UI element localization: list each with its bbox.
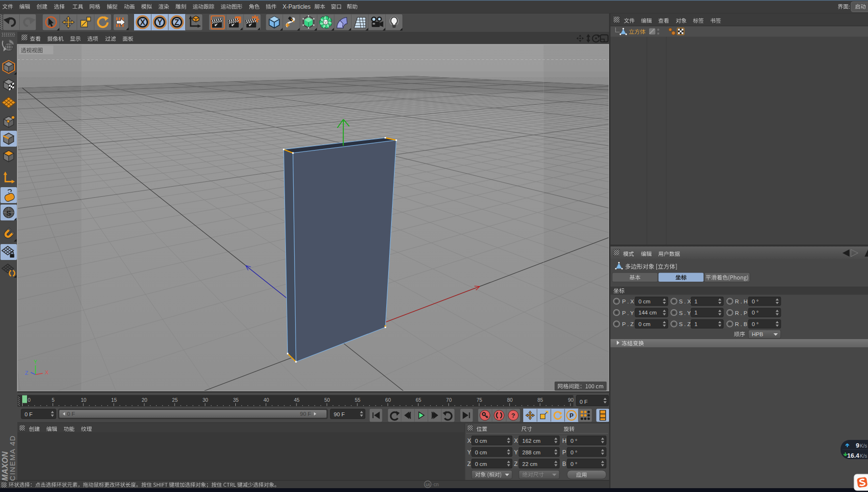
svg-text:UI: UI xyxy=(426,482,430,487)
svg-text:P: P xyxy=(570,412,573,419)
svg-text:9: 9 xyxy=(856,442,859,449)
svg-text:0 °: 0 ° xyxy=(570,450,577,455)
svg-text:Y: Y xyxy=(514,449,518,456)
svg-text:162 cm: 162 cm xyxy=(522,438,541,444)
svg-text:0 cm: 0 cm xyxy=(638,321,651,327)
svg-text:55: 55 xyxy=(355,397,361,403)
svg-text:Y: Y xyxy=(467,449,471,456)
svg-text:80: 80 xyxy=(507,397,513,403)
svg-text:5: 5 xyxy=(52,397,54,403)
svg-text:H: H xyxy=(562,437,567,444)
svg-text:1: 1 xyxy=(694,299,697,304)
svg-text:22 cm: 22 cm xyxy=(522,461,537,467)
svg-text:1: 1 xyxy=(694,310,697,315)
svg-text:144 cm: 144 cm xyxy=(638,310,657,315)
svg-text:R . H: R . H xyxy=(735,299,747,304)
svg-text:0 °: 0 ° xyxy=(570,438,577,444)
svg-text:X-Particles: X-Particles xyxy=(283,3,311,10)
svg-text:Z: Z xyxy=(514,461,517,467)
svg-text:S . Y: S . Y xyxy=(679,310,691,316)
svg-text:P: P xyxy=(562,449,566,456)
svg-text:P . Y: P . Y xyxy=(622,310,634,316)
svg-text:0 °: 0 ° xyxy=(752,299,759,304)
svg-text:X: X xyxy=(467,437,471,444)
svg-text:K/s: K/s xyxy=(860,443,867,449)
svg-text:Z: Z xyxy=(175,18,179,27)
svg-text:Z: Z xyxy=(25,370,28,376)
svg-text:35: 35 xyxy=(233,397,239,403)
svg-text:75: 75 xyxy=(476,397,482,403)
svg-text:20: 20 xyxy=(142,397,148,403)
svg-text:X: X xyxy=(514,437,518,444)
svg-text:30: 30 xyxy=(203,397,208,403)
svg-text:S . Z: S . Z xyxy=(679,321,691,327)
svg-text:P . Z: P . Z xyxy=(622,321,634,327)
svg-text:X: X xyxy=(140,18,145,27)
svg-text:0: 0 xyxy=(28,397,31,403)
svg-text:10: 10 xyxy=(81,397,86,403)
svg-text:50: 50 xyxy=(325,397,330,403)
svg-text:HPB: HPB xyxy=(752,331,763,337)
svg-text:288 cm: 288 cm xyxy=(522,450,541,455)
svg-text:0 F: 0 F xyxy=(25,411,33,417)
svg-text:Z: Z xyxy=(467,461,471,467)
svg-text:15: 15 xyxy=(111,397,117,403)
svg-text:0 cm: 0 cm xyxy=(475,450,487,455)
svg-text:45: 45 xyxy=(294,397,299,403)
svg-text:·cn: ·cn xyxy=(432,482,439,487)
svg-text:R . B: R . B xyxy=(735,321,747,327)
svg-text:Y: Y xyxy=(34,359,38,365)
svg-text:90 F: 90 F xyxy=(334,411,345,417)
svg-text:0 F: 0 F xyxy=(580,399,588,405)
svg-text:90: 90 xyxy=(568,397,574,403)
svg-text:?: ? xyxy=(511,412,515,419)
svg-text:S: S xyxy=(6,209,11,217)
svg-text:0 °: 0 ° xyxy=(570,461,577,467)
svg-text:16.4: 16.4 xyxy=(847,452,860,459)
svg-text:60: 60 xyxy=(385,397,391,403)
svg-text:0 °: 0 ° xyxy=(752,310,759,315)
svg-text:90 F: 90 F xyxy=(300,411,311,417)
svg-text:B: B xyxy=(562,461,566,467)
svg-text:K/s: K/s xyxy=(860,453,867,459)
svg-text:0 cm: 0 cm xyxy=(475,438,487,444)
svg-text:25: 25 xyxy=(172,397,178,403)
svg-text:X: X xyxy=(45,369,49,375)
svg-text:S . X: S . X xyxy=(679,299,691,304)
svg-text:Y: Y xyxy=(157,18,163,27)
svg-text:P . X: P . X xyxy=(622,299,634,304)
svg-text:CINEMA 4D: CINEMA 4D xyxy=(8,435,16,481)
svg-text:40: 40 xyxy=(263,397,269,403)
svg-text:0 °: 0 ° xyxy=(752,321,759,327)
svg-text:0 cm: 0 cm xyxy=(475,461,487,467)
svg-text:0 F: 0 F xyxy=(67,411,75,417)
svg-text:R . P: R . P xyxy=(735,310,747,316)
svg-text:65: 65 xyxy=(416,397,421,403)
svg-text:0 cm: 0 cm xyxy=(638,299,651,304)
svg-text:1: 1 xyxy=(694,321,697,327)
svg-text:70: 70 xyxy=(446,397,452,403)
svg-text:85: 85 xyxy=(538,397,543,403)
